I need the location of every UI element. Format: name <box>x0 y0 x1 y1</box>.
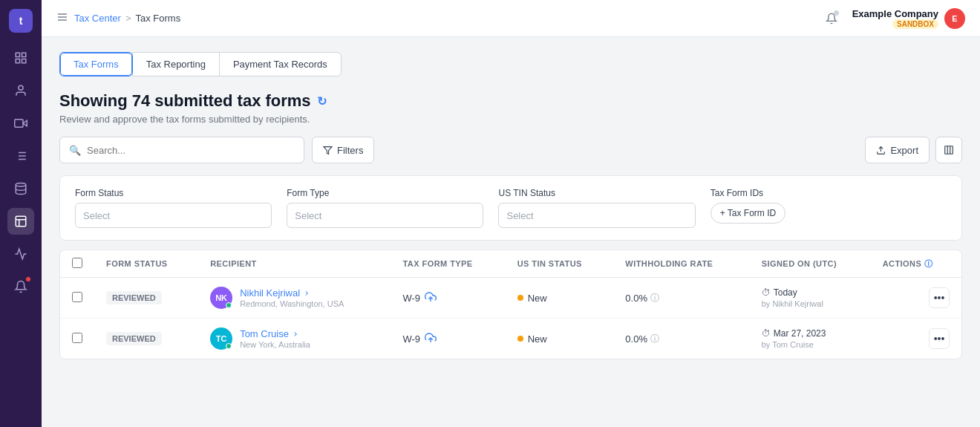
tin-status-cell-0: New <box>517 293 602 304</box>
tin-status-dot-0 <box>517 295 523 301</box>
filters-panel: Form Status Select Form Type Select US T… <box>59 175 962 241</box>
us-tin-select[interactable]: Select <box>498 203 695 228</box>
recipient-name-0[interactable]: Nikhil Kejriwal <box>240 287 344 299</box>
tab-payment-tax-records[interactable]: Payment Tax Records <box>219 52 342 76</box>
row-checkbox-cell <box>60 278 94 319</box>
sidebar-item-graph[interactable] <box>7 241 34 267</box>
actions-info-icon[interactable]: ⓘ <box>924 258 932 270</box>
sidebar-item-person[interactable] <box>7 77 34 104</box>
sidebar-item-database[interactable] <box>7 175 34 202</box>
row-tax-form-type-1: W-9 <box>391 319 506 359</box>
add-tax-form-id-button[interactable]: + Tax Form ID <box>710 203 785 224</box>
svg-rect-0 <box>16 53 19 56</box>
sidebar-item-list[interactable] <box>7 143 34 169</box>
content-area: Tax Forms Tax Reporting Payment Tax Reco… <box>42 37 980 427</box>
svg-marker-5 <box>23 120 27 126</box>
page-header: Showing 74 submitted tax forms ↻ Review … <box>59 91 962 125</box>
row-form-status-1: REVIEWED <box>94 319 198 359</box>
signed-date-1: ⏱ Mar 27, 2023 <box>762 328 859 339</box>
search-input[interactable] <box>87 145 295 156</box>
page-title-text: Showing 74 submitted tax forms <box>59 91 311 111</box>
th-signed-on: SIGNED ON (UTC) <box>750 250 871 278</box>
signed-date-0: ⏱ Today <box>762 287 859 298</box>
table: FORM STATUS RECIPIENT TAX FORM TYPE US T… <box>60 250 961 359</box>
tax-form-ids-label: Tax Form IDs <box>710 188 947 198</box>
sidebar-item-tax[interactable] <box>7 208 34 235</box>
th-checkbox <box>60 250 94 278</box>
form-type-select[interactable]: Select <box>287 203 483 228</box>
clock-icon-0: ⏱ <box>762 287 771 298</box>
export-button[interactable]: Export <box>865 137 930 163</box>
signed-cell-0: ⏱ Today by Nikhil Kejriwal <box>762 287 859 308</box>
filters-button[interactable]: Filters <box>312 137 374 163</box>
row-signed-on-0: ⏱ Today by Nikhil Kejriwal <box>750 278 871 319</box>
topbar: Tax Center > Tax Forms Example Company S… <box>42 0 980 37</box>
app-logo[interactable]: t <box>9 9 33 33</box>
tax-forms-table: FORM STATUS RECIPIENT TAX FORM TYPE US T… <box>59 250 962 359</box>
table-header: FORM STATUS RECIPIENT TAX FORM TYPE US T… <box>60 250 961 278</box>
row-withholding-rate-1: 0.0% ⓘ <box>613 319 749 359</box>
sidebar-item-notifications[interactable] <box>7 273 34 300</box>
row-checkbox-0[interactable] <box>72 292 82 302</box>
row-us-tin-status-0: New <box>506 278 614 319</box>
filter-us-tin-status: US TIN Status Select <box>498 188 695 228</box>
actions-cell-0: ••• <box>883 287 950 308</box>
recipient-info-1: Tom Cruise New York, Australia <box>240 328 310 349</box>
refresh-icon[interactable]: ↻ <box>317 94 327 108</box>
notification-button[interactable] <box>820 7 843 30</box>
th-form-status: FORM STATUS <box>94 250 198 278</box>
main-content: Tax Center > Tax Forms Example Company S… <box>42 0 980 427</box>
form-type-text-1: W-9 <box>403 333 421 345</box>
row-actions-0: ••• <box>871 278 961 319</box>
form-type-cell-0: W-9 <box>403 291 494 305</box>
recipient-location-1: New York, Australia <box>240 340 310 349</box>
row-signed-on-1: ⏱ Mar 27, 2023 by Tom Cruise <box>750 319 871 359</box>
row-tax-form-type-0: W-9 <box>391 278 506 319</box>
cloud-upload-icon-1[interactable] <box>425 332 437 346</box>
tin-status-text-1: New <box>528 333 547 345</box>
columns-button[interactable] <box>935 137 962 163</box>
withholding-info-icon-1[interactable]: ⓘ <box>650 333 659 345</box>
select-all-checkbox[interactable] <box>72 258 82 268</box>
svg-rect-1 <box>22 53 26 56</box>
cloud-upload-icon-0[interactable] <box>425 291 437 305</box>
recipient-avatar-0: NK <box>210 287 232 309</box>
withholding-cell-1: 0.0% ⓘ <box>625 333 737 345</box>
signed-by-0: by Nikhil Kejriwal <box>762 299 859 308</box>
svg-point-4 <box>19 85 23 90</box>
row-checkbox-cell <box>60 319 94 359</box>
company-info: Example Company SANDBOX E <box>852 8 965 29</box>
row-checkbox-1[interactable] <box>72 333 82 343</box>
more-actions-button-1[interactable]: ••• <box>929 328 950 349</box>
sidebar-item-dashboard[interactable] <box>7 45 34 71</box>
company-avatar[interactable]: E <box>944 8 965 29</box>
hamburger-menu[interactable] <box>56 11 68 26</box>
form-status-label: Form Status <box>75 188 272 198</box>
tab-tax-forms[interactable]: Tax Forms <box>59 52 133 76</box>
row-actions-1: ••• <box>871 319 961 359</box>
row-withholding-rate-0: 0.0% ⓘ <box>613 278 749 319</box>
withholding-info-icon-0[interactable]: ⓘ <box>650 292 659 304</box>
company-name: Example Company <box>852 8 938 19</box>
filter-form-status: Form Status Select <box>75 188 272 228</box>
sandbox-badge: SANDBOX <box>892 19 938 29</box>
breadcrumb-parent[interactable]: Tax Center <box>74 13 121 24</box>
online-indicator-1 <box>226 343 232 349</box>
recipient-avatar-1: TC <box>210 327 232 350</box>
th-us-tin-status: US TIN STATUS <box>506 250 614 278</box>
online-indicator-0 <box>226 302 232 308</box>
more-actions-button-0[interactable]: ••• <box>929 287 950 308</box>
form-type-label: Form Type <box>287 188 483 198</box>
recipient-name-1[interactable]: Tom Cruise <box>240 328 310 339</box>
filter-tax-form-ids: Tax Form IDs + Tax Form ID <box>710 188 947 228</box>
tab-bar: Tax Forms Tax Reporting Payment Tax Reco… <box>59 52 962 76</box>
tin-status-cell-1: New <box>517 333 602 345</box>
form-type-cell-1: W-9 <box>403 332 494 346</box>
recipient-location-0: Redmond, Washington, USA <box>240 299 344 308</box>
form-type-text-0: W-9 <box>403 293 421 304</box>
form-status-select[interactable]: Select <box>75 203 272 228</box>
sidebar-item-media[interactable] <box>7 110 34 137</box>
th-recipient: RECIPIENT <box>198 250 391 278</box>
tab-tax-reporting[interactable]: Tax Reporting <box>132 52 220 76</box>
signed-cell-1: ⏱ Mar 27, 2023 by Tom Cruise <box>762 328 859 349</box>
